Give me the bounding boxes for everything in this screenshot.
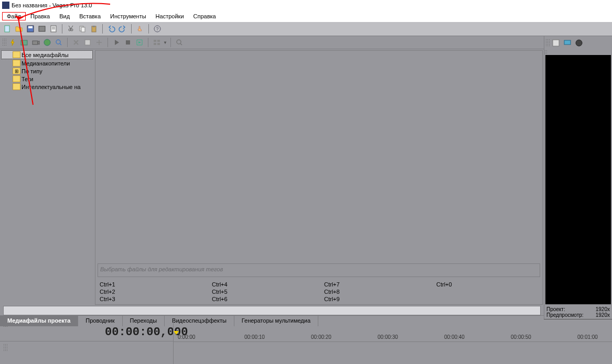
- svg-rect-2: [28, 26, 33, 28]
- split-screen-icon[interactable]: [574, 38, 584, 48]
- props-icon[interactable]: [82, 37, 93, 48]
- expand-icon[interactable]: ⊞: [15, 69, 19, 74]
- remove-icon[interactable]: [71, 37, 81, 48]
- separator: [62, 24, 62, 34]
- tree-by-type[interactable]: ⊞По типу: [1, 67, 93, 75]
- separator: [131, 24, 132, 34]
- grip-icon[interactable]: [544, 50, 547, 54]
- shortcut[interactable]: Ctrl+7: [324, 281, 426, 288]
- undo-icon[interactable]: [106, 24, 116, 34]
- svg-rect-10: [93, 26, 95, 27]
- dropdown-icon[interactable]: ▼: [163, 40, 167, 45]
- menu-insert[interactable]: Вставка: [74, 12, 105, 20]
- external-monitor-icon[interactable]: [562, 38, 573, 48]
- ruler-mark: 00:00:30: [378, 334, 398, 340]
- shortcut[interactable]: Ctrl+8: [324, 289, 426, 295]
- capture-icon[interactable]: [30, 37, 41, 48]
- zoom-icon[interactable]: [174, 37, 185, 48]
- separator: [148, 38, 148, 47]
- shortcut[interactable]: Ctrl+4: [212, 281, 314, 288]
- ruler-mark: 0:00:00: [178, 334, 195, 340]
- tree-label: Интеллектуальные на: [22, 84, 81, 90]
- preview-props-icon[interactable]: [551, 38, 561, 48]
- preview-label: Предпросмотр:: [546, 312, 584, 318]
- media-toolbar: ▼: [0, 36, 544, 49]
- touch-icon[interactable]: [135, 24, 145, 34]
- svg-rect-3: [39, 26, 45, 31]
- ruler-mark: 00:00:40: [444, 334, 465, 340]
- autopreview-icon[interactable]: [134, 37, 145, 48]
- preview-info: Проект: 1920x Предпросмотр: 1920x: [544, 305, 612, 319]
- ruler-mark: 00:00:10: [244, 334, 265, 340]
- svg-point-24: [177, 40, 181, 44]
- tab-explorer[interactable]: Проводник: [78, 316, 122, 326]
- horizontal-scrollbar[interactable]: [3, 306, 541, 315]
- search-media-icon[interactable]: [53, 37, 64, 48]
- svg-point-15: [44, 39, 50, 46]
- paste-icon[interactable]: [89, 24, 99, 34]
- render-icon[interactable]: [37, 24, 47, 34]
- menu-tools[interactable]: Инструменты: [105, 12, 151, 20]
- copy-icon[interactable]: [77, 24, 88, 34]
- cut-icon[interactable]: [66, 24, 76, 34]
- grip-icon[interactable]: [2, 38, 6, 47]
- redo-icon[interactable]: [117, 24, 128, 34]
- menu-view[interactable]: Вид: [55, 12, 74, 20]
- svg-point-28: [576, 40, 582, 46]
- help-icon[interactable]: ?: [152, 24, 163, 34]
- lightning-icon[interactable]: [7, 37, 18, 48]
- open-icon[interactable]: [14, 24, 24, 34]
- preview-value: 1920x: [596, 312, 610, 318]
- svg-rect-0: [5, 26, 9, 32]
- shortcut[interactable]: Ctrl+3: [100, 296, 201, 302]
- tab-project-media[interactable]: Медиафайлы проекта: [0, 316, 78, 326]
- menu-help[interactable]: Справка: [189, 12, 221, 20]
- media-tree: Все медиафайлы Медианакопители ⊞По типу …: [0, 49, 94, 306]
- tag-edit-placeholder[interactable]: Выбрать файлы для редактирования тегов: [98, 263, 540, 277]
- shortcut[interactable]: Ctrl+0: [436, 281, 538, 288]
- shortcut[interactable]: [436, 296, 538, 302]
- shortcut[interactable]: Ctrl+5: [212, 289, 314, 295]
- views-icon[interactable]: [152, 37, 162, 48]
- timeline-ruler[interactable]: 0:00:00 00:00:10 00:00:20 00:00:30 00:00…: [173, 319, 612, 364]
- app-icon: [2, 2, 9, 9]
- shortcut[interactable]: Ctrl+9: [324, 296, 426, 302]
- save-icon[interactable]: [25, 24, 36, 34]
- play-icon[interactable]: [111, 37, 122, 48]
- fx-icon[interactable]: [94, 37, 104, 48]
- grip-icon[interactable]: [545, 39, 550, 47]
- stop-icon[interactable]: [123, 37, 133, 48]
- tree-smart[interactable]: Интеллектуальные на: [1, 83, 93, 91]
- tree-all-media[interactable]: Все медиафайлы: [1, 50, 93, 59]
- separator: [108, 38, 108, 47]
- menu-file[interactable]: Файл: [2, 12, 26, 20]
- grip-icon[interactable]: [3, 344, 7, 352]
- video-preview[interactable]: [545, 55, 611, 304]
- tree-tags[interactable]: Теги: [1, 75, 93, 83]
- shortcut[interactable]: Ctrl+6: [212, 296, 314, 302]
- new-icon[interactable]: [2, 24, 13, 34]
- import-icon[interactable]: [19, 37, 29, 48]
- tree-label: Все медиафайлы: [22, 52, 69, 58]
- folder-icon: [13, 60, 20, 67]
- menu-settings[interactable]: Настройки: [151, 12, 189, 20]
- tree-label: Медианакопители: [22, 60, 70, 67]
- svg-rect-8: [81, 27, 85, 32]
- shortcut[interactable]: Ctrl+1: [100, 281, 201, 288]
- title-bar: Без названия - Vegas Pro 13.0: [0, 0, 612, 10]
- shortcut[interactable]: Ctrl+2: [100, 289, 201, 295]
- window-title: Без названия - Vegas Pro 13.0: [12, 2, 92, 8]
- svg-rect-26: [553, 40, 559, 46]
- project-label: Проект:: [546, 306, 565, 312]
- separator: [67, 38, 68, 47]
- web-icon[interactable]: [42, 37, 52, 48]
- media-list-empty[interactable]: [95, 51, 542, 261]
- svg-rect-22: [154, 43, 156, 45]
- shortcut[interactable]: [436, 289, 538, 295]
- properties-icon[interactable]: [48, 24, 59, 34]
- tree-media-storage[interactable]: Медианакопители: [1, 59, 93, 67]
- ruler-mark: 00:00:50: [511, 334, 531, 340]
- tab-transitions[interactable]: Переходы: [123, 316, 165, 326]
- menu-edit[interactable]: Правка: [26, 12, 55, 20]
- svg-rect-20: [154, 40, 156, 42]
